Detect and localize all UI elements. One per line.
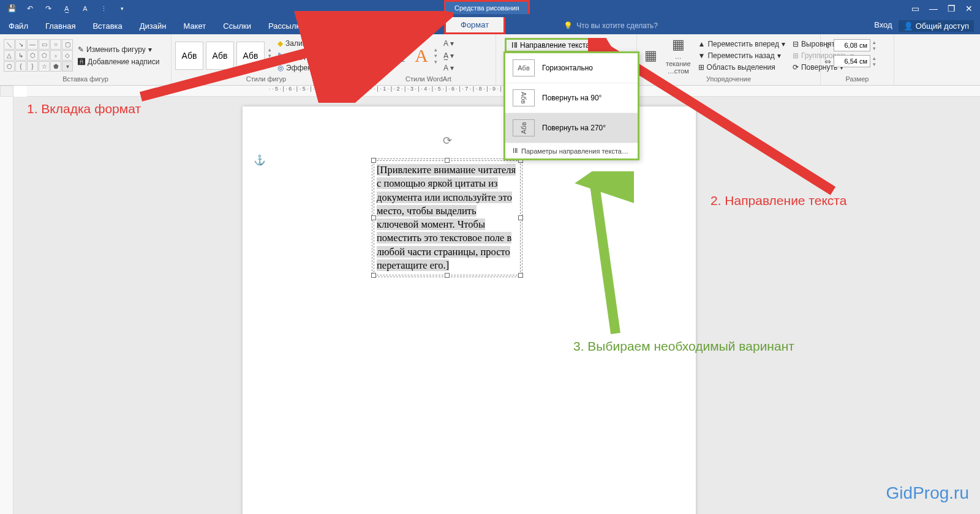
shape-fill-button[interactable]: ◆Заливка фи… bbox=[275, 38, 356, 49]
group-label-wordart: Стили WordArt bbox=[365, 75, 492, 84]
ribbon: ＼↘—▭○▢ △↳⬡⬠⬨◇ ⬡{}☆⬟▾ ✎Изменить фигуру ▾ … bbox=[0, 34, 980, 86]
send-backward-button[interactable]: ▼ Переместить назад ▾ bbox=[696, 50, 788, 61]
text-effects-button[interactable]: A ▾ bbox=[443, 64, 454, 72]
undo-icon[interactable]: ↶ bbox=[23, 2, 37, 15]
width-icon: ⇔ bbox=[824, 57, 831, 66]
tab-view[interactable]: Вид bbox=[391, 17, 423, 34]
text-direction-icon: ⅠⅡ bbox=[511, 41, 518, 50]
textbox-content[interactable]: [Привлеките внимание читателя с помощью … bbox=[377, 164, 516, 271]
annotation-3: 3. Выбираем необходимый варинант bbox=[568, 337, 799, 356]
ruler-corner bbox=[0, 86, 13, 97]
window-controls: ▭ — ❐ ✕ bbox=[911, 4, 980, 13]
context-tab-drawing-tools[interactable]: Средства рисования bbox=[444, 0, 530, 14]
tab-insert[interactable]: Вставка bbox=[84, 17, 130, 34]
shape-style-preset[interactable]: Абв bbox=[236, 42, 265, 70]
textbox-icon: 🅰 bbox=[78, 58, 85, 66]
resize-handle[interactable] bbox=[445, 158, 450, 163]
wordart-preset[interactable]: A bbox=[388, 45, 409, 66]
redo-icon[interactable]: ↷ bbox=[42, 2, 55, 15]
text-direction-menu: Абв Горизонтально Абв Повернуть на 90° А… bbox=[503, 51, 639, 160]
qat-icon[interactable]: A bbox=[78, 2, 92, 15]
qat-icon[interactable]: ⋮ bbox=[97, 2, 110, 15]
text-box[interactable]: ⟳ [Привлеките внимание читателя с помощь… bbox=[374, 160, 521, 275]
width-input[interactable] bbox=[834, 55, 870, 67]
ribbon-tabs: Файл Главная Вставка Дизайн Макет Ссылки… bbox=[0, 17, 980, 34]
group-label-arrange: Упорядочение bbox=[641, 75, 816, 84]
shape-effects-button[interactable]: ◎Эффекты фигуры ▾ bbox=[275, 62, 356, 73]
shape-outline-button[interactable]: ✎…игуры ▾ bbox=[275, 50, 356, 61]
resize-handle[interactable] bbox=[445, 273, 450, 278]
resize-handle[interactable] bbox=[371, 273, 376, 278]
annotation-2: 2. Направление текста bbox=[706, 191, 851, 210]
text-direction-button[interactable]: ⅠⅡ Направление текста ▾ bbox=[505, 38, 602, 53]
sign-in-link[interactable]: Вход bbox=[874, 20, 892, 32]
edit-shape-button[interactable]: ✎Изменить фигуру ▾ bbox=[75, 44, 162, 55]
edit-shape-icon: ✎ bbox=[78, 45, 84, 54]
text-direction-rotate-270[interactable]: Абв Повернуть на 270° bbox=[505, 113, 638, 143]
group-label-size: Размер bbox=[824, 75, 890, 84]
share-icon: 👤 bbox=[903, 21, 913, 31]
anchor-icon: ⚓ bbox=[254, 154, 266, 166]
resize-handle[interactable] bbox=[371, 215, 376, 220]
chevron-down-icon: ▾ bbox=[592, 42, 595, 48]
position-icon[interactable]: ▦ bbox=[644, 48, 657, 64]
height-icon: ⇕ bbox=[824, 41, 831, 50]
tab-home[interactable]: Главная bbox=[37, 17, 84, 34]
shapes-gallery[interactable]: ＼↘—▭○▢ △↳⬡⬠⬨◇ ⬡{}☆⬟▾ bbox=[4, 39, 73, 72]
minimize-icon[interactable]: — bbox=[929, 4, 938, 13]
shape-style-preset[interactable]: Абв bbox=[206, 42, 234, 70]
watermark: GidProg.ru bbox=[886, 483, 969, 503]
wrap-text-icon[interactable]: ▦ bbox=[672, 37, 685, 53]
maximize-icon[interactable]: ❐ bbox=[948, 4, 956, 13]
close-icon[interactable]: ✕ bbox=[965, 4, 973, 13]
document-area: ⚓ ⟳ [Привлеките внимание читателя с помо… bbox=[13, 97, 980, 514]
tab-mailings[interactable]: Рассылки bbox=[260, 17, 312, 34]
text-direction-horizontal[interactable]: Абв Горизонтально bbox=[505, 53, 638, 83]
height-input[interactable] bbox=[834, 39, 870, 51]
qat-icon[interactable]: A̲ bbox=[60, 2, 74, 15]
shape-style-preset[interactable]: Абв bbox=[175, 42, 203, 70]
selection-pane-button[interactable]: ⊞ Область выделения bbox=[696, 62, 788, 73]
tell-me-search[interactable]: 💡 Что вы хотите сделать? bbox=[564, 21, 658, 30]
quick-access-toolbar: 💾 ↶ ↷ A̲ A ⋮ ▾ bbox=[0, 2, 129, 15]
vertical-ruler[interactable] bbox=[0, 97, 13, 514]
tab-review[interactable]: Рецензирование bbox=[312, 17, 391, 34]
text-direction-options[interactable]: ⅠⅡ Параметры направления текста… bbox=[505, 143, 638, 158]
add-caption-button[interactable]: 🅰Добавление надписи bbox=[75, 56, 162, 67]
wordart-preset[interactable]: A bbox=[411, 45, 432, 66]
resize-handle[interactable] bbox=[518, 273, 523, 278]
options-icon: ⅠⅡ bbox=[513, 147, 518, 155]
rotate-handle-icon[interactable]: ⟳ bbox=[443, 134, 452, 147]
bring-forward-button[interactable]: ▲ Переместить вперед ▾ bbox=[696, 39, 788, 50]
tab-references[interactable]: Ссылки bbox=[214, 17, 260, 34]
group-label-shapes: Вставка фигур bbox=[4, 75, 167, 84]
wordart-preset[interactable]: A bbox=[365, 45, 386, 66]
lightbulb-icon: 💡 bbox=[564, 21, 573, 30]
text-direction-rotate-90[interactable]: Абв Повернуть на 90° bbox=[505, 83, 638, 113]
annotation-1: 1. Вкладка формат bbox=[22, 99, 146, 119]
qat-more-icon[interactable]: ▾ bbox=[115, 2, 129, 15]
title-bar: 💾 ↶ ↷ A̲ A ⋮ ▾ Текст примера - Word Сред… bbox=[0, 0, 980, 17]
group-label-shape-styles: Стили фигур bbox=[175, 75, 357, 84]
tab-file[interactable]: Файл bbox=[0, 17, 37, 34]
text-fill-button[interactable]: A ▾ bbox=[443, 39, 454, 48]
page[interactable]: ⚓ ⟳ [Привлеките внимание читателя с помо… bbox=[243, 106, 696, 514]
resize-handle[interactable] bbox=[371, 158, 376, 163]
tab-design[interactable]: Дизайн bbox=[131, 17, 175, 34]
save-icon[interactable]: 💾 bbox=[5, 2, 18, 15]
text-outline-button[interactable]: A̲ ▾ bbox=[443, 51, 454, 60]
ribbon-display-icon[interactable]: ▭ bbox=[911, 4, 919, 13]
share-button[interactable]: 👤 Общий доступ bbox=[899, 20, 974, 32]
resize-handle[interactable] bbox=[518, 215, 523, 220]
tab-format[interactable]: Формат bbox=[444, 17, 505, 34]
tab-layout[interactable]: Макет bbox=[175, 17, 214, 34]
